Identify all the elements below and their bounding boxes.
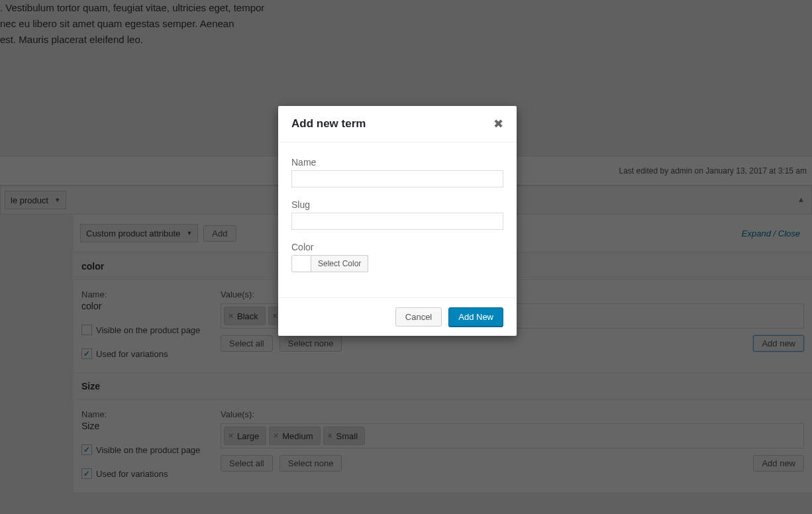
name-label: Name [291, 157, 503, 168]
close-icon[interactable]: ✖ [493, 117, 503, 131]
cancel-button[interactable]: Cancel [395, 307, 442, 327]
modal-title: Add new term [291, 117, 366, 130]
color-swatch[interactable] [291, 255, 311, 272]
add-term-modal: Add new term ✖ Name Slug Color Select Co… [278, 106, 517, 336]
modal-footer: Cancel Add New [278, 297, 517, 336]
slug-input[interactable] [291, 213, 503, 230]
name-input[interactable] [291, 170, 503, 187]
color-label: Color [291, 242, 503, 252]
select-color-button[interactable]: Select Color [311, 255, 368, 272]
add-new-button[interactable]: Add New [448, 307, 503, 327]
modal-header: Add new term ✖ [278, 106, 517, 142]
slug-label: Slug [291, 199, 503, 210]
modal-body: Name Slug Color Select Color [278, 142, 517, 297]
